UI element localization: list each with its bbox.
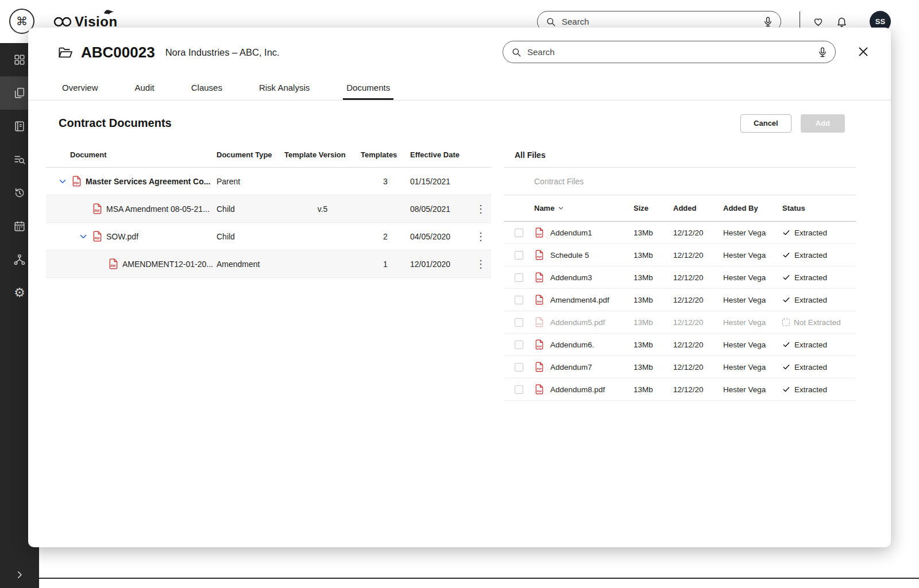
contract-files-filter-input[interactable] [534,177,706,186]
command-icon: ⌘ [16,14,28,28]
row-checkbox[interactable] [515,385,523,394]
all-files-panel: All Files Name Size Added Added By Statu… [504,142,856,401]
templates-count: 2 [361,232,410,241]
status-badge: Extracted [794,296,827,304]
col-added: Added [673,204,723,212]
document-row[interactable]: SOW.pdf Child 2 04/05/2020 ⋮ [46,223,491,250]
col-document-type: Document Type [217,150,284,159]
tab-audit[interactable]: Audit [132,77,158,100]
modal-search-input[interactable] [527,47,811,57]
contract-documents-table: Document Document Type Template Version … [46,142,491,278]
file-row[interactable]: Amendment4.pdf 13Mb 12/12/20 Hester Vega… [504,289,856,311]
file-added-by: Hester Vega [723,273,782,282]
file-added: 12/12/20 [673,296,723,304]
file-added: 12/12/20 [673,318,723,327]
file-added-by: Hester Vega [723,251,782,260]
row-checkbox[interactable] [515,318,523,327]
calendar-icon [13,220,26,233]
global-search-input[interactable] [562,17,756,26]
pdf-icon [109,258,118,269]
row-checkbox[interactable] [515,296,523,304]
file-row[interactable]: Addendum3 13Mb 12/12/20 Hester Vega Extr… [504,266,856,289]
file-added-by: Hester Vega [723,296,782,304]
contract-subtitle: Nora Industries – ABC, Inc. [165,47,280,58]
document-row[interactable]: MSA Amendment 08-05-21... Child v.5 08/0… [46,195,491,223]
cancel-button[interactable]: Cancel [740,114,791,133]
add-button[interactable]: Add [801,114,845,133]
col-template-version: Template Version [284,150,361,159]
row-checkbox[interactable] [515,363,523,372]
file-name: Schedule 5 [550,251,634,260]
file-row[interactable]: Addendum8.pdf 13Mb 12/12/20 Hester Vega … [504,378,856,401]
document-row[interactable]: Master Services Agreement Co... Parent 3… [46,168,491,195]
file-added: 12/12/20 [673,251,723,260]
document-name: SOW.pdf [106,232,138,241]
sort-chevron-icon [557,204,565,212]
file-row[interactable]: Schedule 5 13Mb 12/12/20 Hester Vega Ext… [504,244,856,266]
sidebar-expand-button[interactable] [0,570,39,580]
file-size: 13Mb [634,318,673,327]
file-added: 12/12/20 [673,229,723,237]
kebab-menu-icon[interactable]: ⋮ [470,231,491,242]
file-added-by: Hester Vega [723,363,782,372]
effective-date: 01/15/2021 [410,177,470,186]
file-size: 13Mb [634,341,673,349]
col-name-sort[interactable]: Name [534,204,634,212]
documents-copy-icon [13,87,26,99]
file-added: 12/12/20 [673,363,723,372]
contract-id-title: ABC00023 [81,44,155,61]
modal-header: ABC00023 Nora Industries – ABC, Inc. [57,44,280,61]
col-added-by: Added By [723,204,782,212]
kebab-menu-icon[interactable]: ⋮ [470,204,491,214]
file-added-by: Hester Vega [723,318,782,327]
tab-documents[interactable]: Documents [343,77,393,100]
journal-icon [13,120,26,133]
kebab-menu-icon[interactable]: ⋮ [470,259,491,269]
files-table-header: Name Size Added Added By Status [504,195,856,222]
notifications-bell-icon[interactable] [836,16,848,28]
file-row[interactable]: Addendum6. 13Mb 12/12/20 Hester Vega Ext… [504,334,856,356]
status-badge: Extracted [794,341,827,349]
pdf-icon [535,250,543,260]
avatar-initials: SS [875,17,885,26]
expand-chevron-icon[interactable] [78,231,88,242]
file-row[interactable]: Addendum5.pdf 13Mb 12/12/20 Hester Vega … [504,311,856,334]
document-row[interactable]: AMENDMENT12-01-20... Amendment 1 12/01/2… [46,250,491,278]
file-size: 13Mb [634,251,673,260]
file-size: 13Mb [634,273,673,282]
mic-icon[interactable] [817,47,828,58]
file-added: 12/12/20 [673,273,723,282]
favorites-heart-icon[interactable] [812,16,824,28]
tab-clauses[interactable]: Clauses [188,77,226,100]
effective-date: 04/05/2020 [410,232,470,241]
modal-search [503,41,836,63]
file-name: Addendum7 [550,363,634,372]
all-files-title: All Files [515,150,546,160]
file-row[interactable]: Addendum7 13Mb 12/12/20 Hester Vega Extr… [504,356,856,378]
col-name: Name [534,204,554,212]
row-checkbox[interactable] [515,341,523,349]
close-icon[interactable] [856,45,870,59]
file-size: 13Mb [634,296,673,304]
row-checkbox[interactable] [515,251,523,260]
pdf-icon [72,176,81,187]
network-org-icon [13,253,26,266]
check-icon [782,273,790,281]
pdf-icon [535,295,543,305]
file-row[interactable]: Addendum1 13Mb 12/12/20 Hester Vega Extr… [504,222,856,244]
template-version: v.5 [284,204,361,214]
col-status: Status [782,204,856,212]
not-extracted-icon [782,319,790,326]
row-checkbox[interactable] [515,273,523,282]
check-icon [782,251,790,259]
mic-icon[interactable] [762,16,774,28]
expand-chevron-icon[interactable] [57,176,68,187]
status-badge: Extracted [794,251,827,260]
status-badge: Not Extracted [794,318,841,327]
templates-count: 3 [361,177,410,186]
check-icon [782,296,790,304]
tab-overview[interactable]: Overview [59,77,102,100]
tab-risk-analysis[interactable]: Risk Analysis [256,77,313,100]
document-name: MSA Amendment 08-05-21... [106,204,210,214]
row-checkbox[interactable] [515,229,523,237]
